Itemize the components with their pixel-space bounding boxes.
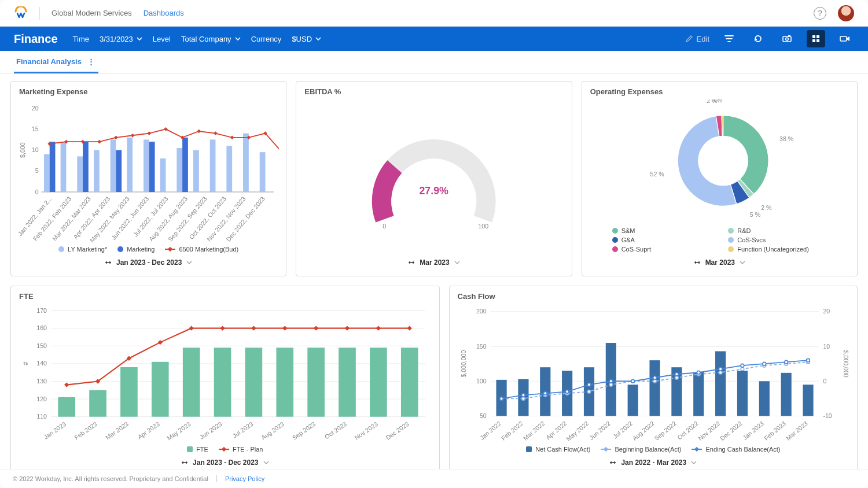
svg-point-164 xyxy=(719,371,722,374)
svg-rect-42 xyxy=(114,135,118,139)
svg-point-1 xyxy=(786,38,789,40)
filter-icon[interactable] xyxy=(720,30,738,47)
svg-text:Jul 2023: Jul 2023 xyxy=(231,420,254,439)
svg-rect-22 xyxy=(77,156,83,192)
range-lock-icon xyxy=(609,460,616,465)
legend-item: Ending Cash Balance(Act) xyxy=(705,446,780,453)
legend-item: FTE xyxy=(196,446,208,453)
privacy-link[interactable]: Privacy Policy xyxy=(225,475,264,482)
card-title: FTE xyxy=(11,286,439,301)
range-lock-icon xyxy=(105,260,112,265)
svg-text:170: 170 xyxy=(36,306,47,313)
svg-text:100: 100 xyxy=(476,378,487,385)
svg-point-173 xyxy=(587,383,591,386)
svg-text:Mar 2022: Mar 2022 xyxy=(521,420,546,442)
help-icon[interactable]: ? xyxy=(814,7,826,20)
svg-text:Mar 2023: Mar 2023 xyxy=(104,420,130,441)
svg-point-175 xyxy=(631,379,634,383)
svg-text:Dec 2022, Dec 2023: Dec 2022, Dec 2023 xyxy=(225,195,266,242)
svg-point-162 xyxy=(675,376,678,379)
svg-rect-90 xyxy=(89,390,106,417)
svg-rect-5 xyxy=(812,39,815,42)
card-cashflow: Cash Flow 50100150200-1001020$,000,000$,… xyxy=(449,286,858,469)
legend-item: CoS-Svcs xyxy=(737,236,766,243)
svg-rect-37 xyxy=(260,152,266,192)
range-selector[interactable]: Jan 2023 - Dec 2023 xyxy=(18,255,279,272)
svg-text:Jan 2023: Jan 2023 xyxy=(741,420,765,441)
tab-more-icon[interactable]: ⋮ xyxy=(87,57,96,66)
video-icon[interactable] xyxy=(836,30,854,47)
workday-logo-icon[interactable] xyxy=(14,6,28,20)
svg-text:Dec 2023: Dec 2023 xyxy=(384,420,410,441)
svg-rect-6 xyxy=(816,39,819,42)
footer-copyright: © 2022 Workday, Inc. All rights reserved… xyxy=(13,475,208,482)
svg-rect-108 xyxy=(282,326,287,330)
chevron-down-icon xyxy=(740,260,745,265)
filter-time-value[interactable]: 3/31/2023 xyxy=(100,35,142,43)
card-title: Cash Flow xyxy=(450,286,857,301)
svg-rect-92 xyxy=(152,362,169,417)
chevron-down-icon xyxy=(186,260,192,265)
svg-text:0: 0 xyxy=(35,188,39,195)
svg-text:130: 130 xyxy=(36,378,47,385)
svg-text:15: 15 xyxy=(32,125,39,132)
svg-point-179 xyxy=(719,367,722,371)
legend-opex: S&M R&D G&A CoS-Svcs CoS-Suprt Function … xyxy=(589,225,850,255)
svg-text:Sep 2023: Sep 2023 xyxy=(291,420,317,441)
svg-text:20: 20 xyxy=(823,308,830,315)
svg-rect-44 xyxy=(147,131,151,135)
svg-point-183 xyxy=(806,358,810,362)
svg-point-174 xyxy=(609,379,613,383)
svg-rect-33 xyxy=(193,150,199,192)
filter-currency-value[interactable]: $USD xyxy=(292,35,321,43)
range-selector[interactable]: Mar 2023 xyxy=(303,255,564,272)
dashboards-link[interactable]: Dashboards xyxy=(144,9,184,17)
chevron-down-icon xyxy=(263,460,269,465)
svg-text:#: # xyxy=(22,362,29,365)
chevron-down-icon xyxy=(454,260,460,265)
refresh-icon[interactable] xyxy=(749,30,767,47)
svg-text:Jun 2022: Jun 2022 xyxy=(588,420,612,441)
legend-item: FTE - Plan xyxy=(233,446,263,453)
user-avatar[interactable] xyxy=(838,5,854,21)
chart-marketing: 05101520$,000Jan 2022, Jan 2...Feb 2022,… xyxy=(18,99,279,243)
svg-rect-19 xyxy=(44,154,50,192)
svg-text:Mar 2023: Mar 2023 xyxy=(785,420,809,442)
filter-level-text: Total Company xyxy=(181,35,231,43)
svg-rect-104 xyxy=(158,340,163,345)
svg-text:Apr 2022: Apr 2022 xyxy=(545,420,568,441)
chart-fte: 110120130140150160170#Jan 2023Feb 2023Ma… xyxy=(18,304,432,444)
svg-text:Jun 2023: Jun 2023 xyxy=(198,420,223,441)
tab-financial-analysis[interactable]: Financial Analysis ⋮ xyxy=(14,51,98,73)
svg-text:140: 140 xyxy=(36,360,47,367)
svg-rect-149 xyxy=(715,351,726,416)
svg-text:2 %: 2 % xyxy=(761,204,772,211)
svg-text:52 %: 52 % xyxy=(650,171,664,178)
range-selector[interactable]: Jan 2022 - Mar 2023 xyxy=(457,455,850,469)
range-selector[interactable]: Mar 2023 xyxy=(589,255,850,272)
page-title: Finance xyxy=(14,32,58,46)
camera-icon[interactable] xyxy=(778,30,796,47)
svg-text:Aug 2022: Aug 2022 xyxy=(631,420,655,442)
svg-rect-0 xyxy=(783,36,791,42)
range-text: Jan 2023 - Dec 2023 xyxy=(116,258,182,267)
range-selector[interactable]: Jan 2023 - Dec 2023 xyxy=(18,455,432,469)
svg-text:200: 200 xyxy=(476,308,487,315)
org-name: Global Modern Services xyxy=(52,9,132,17)
edit-button[interactable]: Edit xyxy=(685,35,709,43)
tab-strip: Financial Analysis ⋮ xyxy=(0,51,868,74)
legend-item: LY Marketing* xyxy=(68,246,107,253)
svg-point-177 xyxy=(675,372,678,376)
grid-view-icon[interactable] xyxy=(807,30,825,47)
filter-level-value[interactable]: Total Company xyxy=(181,35,241,43)
svg-rect-95 xyxy=(245,347,263,416)
svg-rect-107 xyxy=(251,326,256,330)
tab-label: Financial Analysis xyxy=(16,57,82,66)
svg-text:10: 10 xyxy=(32,146,39,153)
range-lock-icon xyxy=(694,260,701,265)
svg-rect-96 xyxy=(276,347,293,416)
svg-rect-151 xyxy=(759,381,769,416)
filter-time-label: Time xyxy=(73,35,89,43)
range-lock-icon xyxy=(181,460,188,465)
svg-point-159 xyxy=(609,383,613,386)
